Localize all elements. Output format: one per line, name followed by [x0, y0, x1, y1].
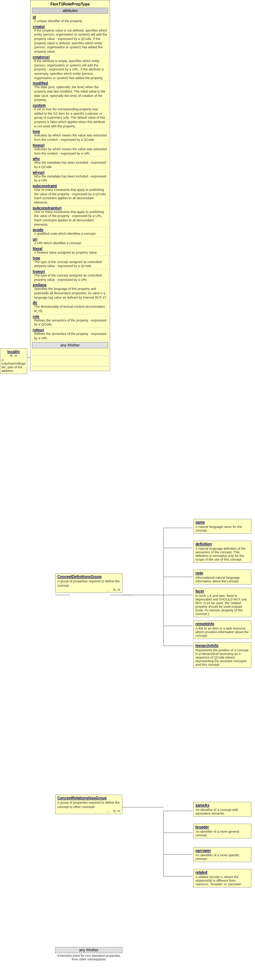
attr-creator-desc: If the property value is not defined, sp…	[34, 29, 108, 54]
attr-howuri: howuri Indicates by which means the valu…	[32, 143, 108, 156]
hierarchyinfo-desc: Represents the position of a concept in …	[195, 648, 249, 667]
attributes-list: id A unique identifier of the property. …	[32, 15, 108, 341]
remoteinfo-desc: A link to an item or a web resource whic…	[195, 627, 249, 638]
attr-literal-desc: A freetext value assigned as property va…	[34, 251, 108, 255]
attr-xmllang-name: xmllang	[33, 283, 46, 287]
attr-howuri-name: howuri	[33, 143, 45, 147]
locality-desc: A (city/town/village etc. part of the ad…	[2, 358, 26, 372]
attr-typeuri: typeuri The type of the concept assigned…	[32, 269, 108, 283]
attr-id-desc: A unique identifier of the property.	[34, 19, 108, 24]
attr-dir: dir The directionality of textual conten…	[32, 301, 108, 314]
broader-box: broader An identifier of a more general …	[193, 824, 251, 838]
attr-modified: modified The date (and, optionally, the …	[32, 81, 108, 103]
concept-def-group-box: ConceptDefinitionsGroup A group of prope…	[55, 573, 123, 593]
attr-id-name: id	[33, 15, 36, 19]
definition-box: definition A natural language definition…	[193, 541, 251, 563]
attr-uri-name: uri	[33, 237, 37, 241]
definition-title: definition	[195, 542, 249, 546]
definition-desc: A natural language definition of the sem…	[195, 547, 249, 561]
facet-desc: In NAR 1.8 and later, facet is deprecate…	[195, 594, 249, 616]
attr-whyuri: whyuri Why the metadata has been include…	[32, 170, 108, 184]
narrower-desc: An identifier of a more specific concept…	[195, 853, 249, 861]
attr-type-desc: The type of the concept assigned as cont…	[34, 260, 108, 269]
attr-roleuri: roleuri Refines the semantics of the pro…	[32, 328, 108, 341]
concept-def-desc: A group of properties required to define…	[57, 579, 120, 588]
concept-rel-group-box: ConceptRelationshipsGroup A group of pro…	[55, 795, 123, 814]
concept-def-title: ConceptDefinitionsGroup	[57, 575, 120, 579]
attr-whyuri-desc: Why the metadata has been included - exp…	[34, 175, 108, 183]
attr-pubconstraint-desc: One or many constraints that apply to pu…	[34, 188, 108, 205]
hierarchyinfo-box: hierarchyInfo Represents the position of…	[193, 642, 251, 668]
sameas-desc: An identifier of a concept with equivale…	[195, 808, 249, 815]
name-title: name	[195, 520, 249, 524]
concept-def-occ: ... 0...∞	[57, 588, 120, 592]
attr-qcode: qcode A qualified code which identifies …	[32, 228, 108, 237]
attr-role-desc: Refines the semantics of the property - …	[34, 318, 108, 327]
attr-roleuri-name: roleuri	[33, 328, 44, 332]
attr-pubconstraint-name: pubconstraint	[33, 184, 57, 188]
facet-box: facet In NAR 1.8 and later, facet is dep…	[193, 588, 251, 617]
attr-uri-desc: A URI which identifies a concept.	[34, 241, 108, 246]
attr-custom: custom If set to true the corresponding …	[32, 103, 108, 129]
attr-creatoruri-desc: If the attribute is empty, specifies whi…	[34, 59, 108, 80]
attr-pubconstrainturi-name: pubconstrainturi	[33, 206, 61, 210]
broader-desc: An identifier of a more general concept.	[195, 830, 249, 837]
attr-pubconstrainturi: pubconstrainturi One or many constraints…	[32, 206, 108, 228]
attr-qcode-name: qcode	[33, 228, 43, 232]
attr-dir-desc: The directionality of textual content (e…	[34, 305, 108, 313]
attr-custom-desc: If set to true the corresponding propert…	[34, 107, 108, 129]
related-box: related A related QCode-s, where the rel…	[193, 869, 251, 888]
name-desc: A natural language name for the concept.	[195, 525, 249, 532]
attributes-header[interactable]: attributes	[32, 8, 108, 14]
attr-modified-name: modified	[33, 81, 48, 85]
attr-creator-name: creator	[33, 25, 45, 29]
attr-xmllang-desc: Specifies the language of this property …	[34, 287, 108, 300]
attr-how-desc: Indicates by which means the value was e…	[34, 134, 108, 142]
locality-title: locality	[2, 350, 26, 354]
attr-typeuri-name: typeuri	[33, 270, 45, 274]
attr-type-name: type	[33, 256, 40, 260]
attr-custom-name: custom	[33, 103, 46, 107]
sameas-title: sameAs	[195, 803, 249, 807]
remoteinfo-box: remoteInfo A link to an item or a web re…	[193, 620, 251, 639]
broader-title: broader	[195, 825, 249, 829]
locality-box: locality 0...∞ A (city/town/village etc.…	[0, 348, 27, 374]
attr-literal-name: literal	[33, 247, 43, 251]
attr-creatoruri: creatoruri If the attribute is empty, sp…	[32, 55, 108, 81]
attr-roleuri-desc: Refines the semantics of the property - …	[34, 332, 108, 340]
note-desc: Informational natural language informati…	[195, 576, 249, 583]
attr-whyuri-name: whyuri	[33, 170, 44, 175]
any-other-bottom-label: any ##other	[55, 947, 123, 953]
attr-id: id A unique identifier of the property.	[32, 15, 108, 24]
note-box: note Informational natural language info…	[193, 570, 251, 584]
attr-pubconstrainturi-desc: One or many constraints that apply to pu…	[34, 210, 108, 227]
any-other-bottom-area: any ##other Extension point for non-stan…	[55, 947, 123, 961]
sameas-box: sameAs An identifier of a concept with e…	[193, 802, 251, 817]
attr-modified-desc: The date (and, optionally, the time) whe…	[34, 85, 108, 102]
concept-rel-occ: ... 0...∞	[57, 809, 120, 813]
attr-how-name: how	[33, 129, 40, 134]
attr-pubconstraint: pubconstraint One or many constraints th…	[32, 184, 108, 206]
narrower-title: narrower	[195, 849, 249, 853]
attr-xmllang: xmllang Specifies the language of this p…	[32, 283, 108, 301]
concept-rel-title: ConceptRelationshipsGroup	[57, 796, 120, 800]
locality-occurrence: 0...∞	[2, 354, 26, 357]
narrower-box: narrower An identifier of a more specifi…	[193, 847, 251, 862]
any-other-bottom-desc: Extension point for non-standard propert…	[55, 954, 123, 961]
related-desc: A related QCode-s, where the relationshi…	[195, 875, 249, 886]
attr-why: why Why the metadata has been included -…	[32, 156, 108, 170]
attr-creator: creator If the property value is not def…	[32, 24, 108, 55]
any-other-label: any ##other	[32, 342, 108, 348]
remoteinfo-title: remoteInfo	[195, 622, 249, 626]
attr-typeuri-desc: The type of the concept assigned as cont…	[34, 274, 108, 282]
attr-role: role Refines the semantics of the proper…	[32, 314, 108, 328]
attr-howuri-desc: Indicates by which means the value was e…	[34, 147, 108, 156]
diagram-container: FlexT1RolePropType attributes id A uniqu…	[0, 0, 255, 980]
name-box: name A natural language name for the con…	[193, 519, 251, 534]
main-type-box: FlexT1RolePropType attributes id A uniqu…	[30, 0, 110, 371]
attr-creatoruri-name: creatoruri	[33, 55, 50, 59]
attr-literal: literal A freetext value assigned as pro…	[32, 247, 108, 256]
facet-title: facet	[195, 589, 249, 593]
attr-qcode-desc: A qualified code which identifies a conc…	[34, 232, 108, 236]
main-type-title: FlexT1RolePropType	[32, 2, 108, 6]
